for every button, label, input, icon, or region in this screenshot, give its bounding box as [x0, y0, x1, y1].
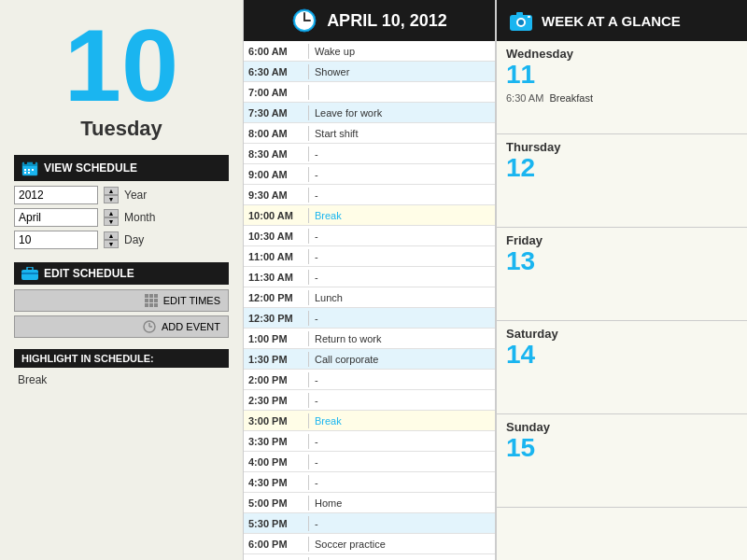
- time-cell: 4:00 PM: [244, 455, 309, 469]
- time-cell: 6:30 AM: [244, 64, 309, 79]
- week-day-number: 15: [506, 434, 738, 463]
- time-cell: 11:00 AM: [244, 249, 309, 264]
- year-spinner: ▲ ▼: [104, 187, 119, 203]
- clock-small-icon: [143, 320, 156, 333]
- month-down-btn[interactable]: ▼: [104, 217, 119, 226]
- week-day-number: 13: [506, 247, 738, 276]
- svg-rect-19: [149, 303, 153, 307]
- week-day-block: Sunday15: [497, 414, 747, 508]
- svg-rect-4: [24, 169, 26, 171]
- schedule-panel: APRIL 10, 2012 6:00 AMWake up6:30 AMShow…: [243, 0, 495, 560]
- event-cell: Lunch: [309, 290, 495, 305]
- week-day-name: Wednesday: [506, 47, 738, 61]
- week-event: 6:30 AM Breakfast: [506, 92, 738, 104]
- week-header: WEEK AT A GLANCE: [497, 0, 747, 41]
- briefcase-icon: [21, 267, 38, 280]
- left-panel: 10 Tuesday VIEW SCHEDULE ▲ ▼ Year ▲ ▼: [0, 0, 243, 560]
- svg-rect-12: [145, 294, 148, 298]
- event-cell: Home: [309, 496, 495, 511]
- schedule-row: 2:00 PM-: [244, 370, 495, 390]
- year-input[interactable]: [14, 186, 98, 204]
- schedule-row: 10:00 AMBreak: [244, 205, 495, 226]
- schedule-row: 3:30 PM-: [244, 431, 495, 452]
- day-up-btn[interactable]: ▲: [104, 231, 119, 240]
- week-day-name: Sunday: [506, 420, 738, 434]
- time-cell: 8:30 AM: [244, 147, 309, 161]
- week-title: WEEK AT A GLANCE: [542, 13, 681, 29]
- schedule-row: 12:30 PM-: [244, 308, 495, 329]
- svg-rect-14: [154, 294, 158, 298]
- schedule-row: 1:30 PMCall corporate: [244, 349, 495, 370]
- event-cell: Shower: [309, 64, 495, 79]
- svg-rect-31: [516, 12, 523, 16]
- svg-rect-3: [33, 161, 35, 164]
- schedule-row: 6:00 PMSoccer practice: [244, 534, 495, 554]
- svg-rect-16: [149, 299, 153, 302]
- event-cell: -: [309, 167, 495, 182]
- edit-schedule-header: EDIT SCHEDULE: [14, 262, 229, 285]
- event-cell: -: [309, 147, 495, 161]
- time-cell: 9:30 AM: [244, 188, 309, 203]
- calendar-icon: [21, 160, 38, 176]
- week-day-number: 11: [506, 61, 738, 90]
- svg-rect-7: [24, 172, 26, 174]
- schedule-row: 3:00 PMBreak: [244, 411, 495, 431]
- event-cell: Wake up: [309, 44, 495, 59]
- schedule-row: 5:30 PM-: [244, 513, 495, 534]
- highlight-header: HIGHLIGHT IN SCHEDULE:: [14, 349, 229, 368]
- event-cell: Leave for work: [309, 105, 495, 120]
- event-cell: -: [309, 475, 495, 490]
- edit-times-button[interactable]: EDIT TIMES: [14, 289, 229, 312]
- month-up-btn[interactable]: ▲: [104, 209, 119, 217]
- time-cell: 5:30 PM: [244, 516, 309, 531]
- schedule-row: 7:00 AM: [244, 82, 495, 103]
- time-cell: 12:00 PM: [244, 290, 309, 305]
- svg-rect-5: [28, 169, 30, 171]
- schedule-header: APRIL 10, 2012: [244, 0, 495, 41]
- event-cell: Break: [309, 413, 495, 428]
- schedule-row: 9:30 AM-: [244, 185, 495, 205]
- schedule-row: 7:30 AMLeave for work: [244, 103, 495, 123]
- view-schedule-label: VIEW SCHEDULE: [44, 161, 137, 175]
- time-cell: 10:00 AM: [244, 208, 309, 223]
- schedule-row: 4:30 PM-: [244, 472, 495, 493]
- time-cell: 10:30 AM: [244, 229, 309, 244]
- event-cell: -: [309, 434, 495, 449]
- svg-rect-17: [154, 299, 158, 302]
- svg-rect-18: [145, 303, 148, 307]
- schedule-row: 6:30 PM-: [244, 554, 495, 560]
- time-cell: 4:30 PM: [244, 475, 309, 490]
- year-up-btn[interactable]: ▲: [104, 187, 119, 195]
- svg-rect-10: [27, 267, 33, 271]
- time-cell: 2:30 PM: [244, 393, 309, 408]
- month-label: Month: [124, 211, 155, 224]
- clock-icon: [291, 7, 317, 34]
- event-cell: -: [309, 270, 495, 285]
- add-event-button[interactable]: ADD EVENT: [14, 315, 229, 338]
- month-spinner: ▲ ▼: [104, 209, 119, 226]
- time-cell: 1:30 PM: [244, 352, 309, 367]
- week-day-block: Friday13: [497, 228, 747, 321]
- camera-icon: [508, 7, 534, 34]
- schedule-row: 8:30 AM-: [244, 144, 495, 164]
- event-cell: Break: [309, 208, 495, 223]
- svg-rect-8: [28, 172, 30, 174]
- schedule-row: 4:00 PM-: [244, 452, 495, 472]
- event-cell: Return to work: [309, 331, 495, 346]
- year-down-btn[interactable]: ▼: [104, 195, 119, 203]
- schedule-body[interactable]: 6:00 AMWake up6:30 AMShower7:00 AM7:30 A…: [244, 41, 495, 560]
- event-cell: -: [309, 249, 495, 264]
- add-event-label: ADD EVENT: [162, 321, 220, 332]
- time-cell: 7:00 AM: [244, 85, 309, 100]
- schedule-row: 6:00 AMWake up: [244, 41, 495, 62]
- month-input[interactable]: [14, 208, 98, 227]
- time-cell: 6:00 AM: [244, 44, 309, 59]
- time-cell: 2:00 PM: [244, 372, 309, 387]
- schedule-row: 1:00 PMReturn to work: [244, 329, 495, 349]
- week-day-number: 14: [506, 341, 738, 370]
- day-input[interactable]: [14, 231, 98, 249]
- time-cell: 8:00 AM: [244, 126, 309, 141]
- event-cell: -: [309, 393, 495, 408]
- day-down-btn[interactable]: ▼: [104, 240, 119, 248]
- schedule-row: 10:30 AM-: [244, 226, 495, 246]
